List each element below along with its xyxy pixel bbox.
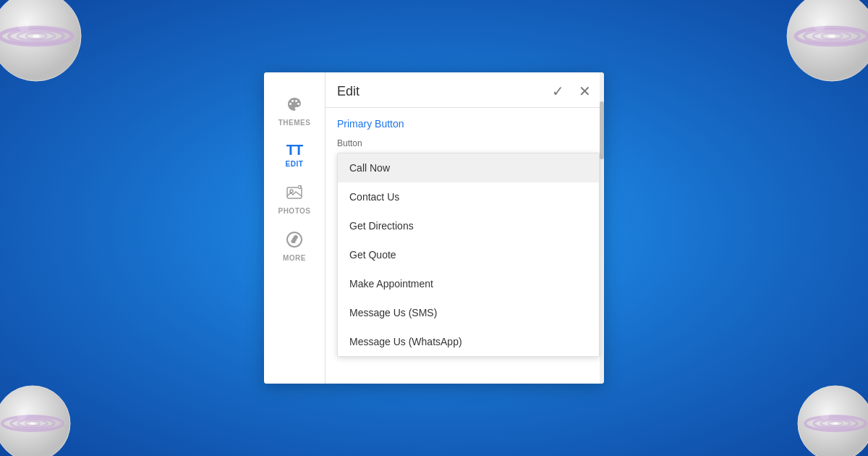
button-field-label: Button bbox=[337, 138, 592, 148]
svg-point-2 bbox=[9, 30, 64, 43]
edit-icon: TT bbox=[286, 143, 302, 157]
dropdown-item-message-whatsapp[interactable]: Message Us (WhatsApp) bbox=[338, 327, 599, 356]
sidebar-item-edit[interactable]: TT EDIT bbox=[264, 134, 325, 175]
svg-point-11 bbox=[822, 33, 842, 39]
edit-content: Primary Button Button Call Now Contact U… bbox=[326, 108, 604, 384]
svg-point-3 bbox=[17, 32, 55, 41]
edit-label: EDIT bbox=[286, 160, 304, 168]
svg-point-1 bbox=[0, 28, 72, 45]
svg-point-19 bbox=[30, 423, 35, 425]
edit-panel-container: THEMES TT EDIT PHOTOS bbox=[264, 72, 604, 384]
svg-point-30 bbox=[295, 100, 297, 102]
svg-point-6 bbox=[18, 20, 30, 31]
svg-point-13 bbox=[814, 20, 825, 31]
svg-point-4 bbox=[26, 33, 46, 39]
svg-point-16 bbox=[11, 418, 54, 428]
edit-panel: Edit ✓ ✕ Primary Button Button Call Now … bbox=[326, 72, 604, 384]
edit-title: Edit bbox=[337, 84, 359, 99]
dropdown-item-call-now[interactable]: Call Now bbox=[338, 153, 599, 182]
svg-point-26 bbox=[833, 423, 838, 425]
svg-point-27 bbox=[820, 410, 830, 420]
svg-point-24 bbox=[821, 420, 850, 427]
decoration-ball-bottom-left bbox=[0, 384, 72, 456]
scrollbar-track[interactable] bbox=[600, 72, 604, 384]
svg-point-23 bbox=[814, 418, 857, 428]
dropdown-item-get-directions[interactable]: Get Directions bbox=[338, 211, 599, 240]
edit-actions: ✓ ✕ bbox=[550, 83, 592, 100]
confirm-button[interactable]: ✓ bbox=[550, 83, 566, 100]
close-button[interactable]: ✕ bbox=[577, 83, 592, 100]
svg-point-0 bbox=[0, 0, 81, 81]
more-icon bbox=[286, 231, 303, 251]
dropdown-item-make-appointment[interactable]: Make Appointment bbox=[338, 269, 599, 298]
svg-point-25 bbox=[828, 421, 843, 426]
sidebar-item-themes[interactable]: THEMES bbox=[264, 87, 325, 134]
themes-label: THEMES bbox=[278, 119, 311, 127]
sidebar-item-more[interactable]: MORE bbox=[264, 222, 325, 269]
svg-point-22 bbox=[805, 416, 866, 431]
more-label: MORE bbox=[283, 254, 306, 262]
svg-point-8 bbox=[796, 28, 868, 45]
svg-point-5 bbox=[33, 35, 40, 38]
svg-point-12 bbox=[828, 35, 835, 38]
svg-point-18 bbox=[25, 421, 40, 426]
dropdown-item-contact-us[interactable]: Contact Us bbox=[338, 182, 599, 211]
primary-button-label: Primary Button bbox=[337, 118, 592, 130]
photos-icon bbox=[286, 184, 303, 204]
themes-icon bbox=[286, 96, 303, 116]
dropdown-item-get-quote[interactable]: Get Quote bbox=[338, 240, 599, 269]
svg-point-29 bbox=[292, 100, 294, 102]
decoration-ball-top-right bbox=[785, 0, 868, 83]
svg-point-14 bbox=[0, 386, 70, 456]
svg-point-7 bbox=[787, 0, 868, 81]
edit-header: Edit ✓ ✕ bbox=[326, 72, 604, 108]
sidebar-item-photos[interactable]: PHOTOS bbox=[264, 175, 325, 222]
svg-point-21 bbox=[798, 386, 868, 456]
dropdown-list: Call Now Contact Us Get Directions Get Q… bbox=[337, 153, 600, 357]
decoration-ball-bottom-right bbox=[796, 384, 868, 456]
photos-label: PHOTOS bbox=[278, 207, 310, 215]
svg-point-17 bbox=[18, 420, 47, 427]
svg-point-28 bbox=[289, 103, 292, 105]
svg-point-10 bbox=[813, 32, 851, 41]
svg-point-31 bbox=[297, 103, 299, 105]
dropdown-item-message-sms[interactable]: Message Us (SMS) bbox=[338, 298, 599, 327]
decoration-ball-top-left bbox=[0, 0, 83, 83]
svg-point-15 bbox=[2, 416, 63, 431]
svg-point-20 bbox=[17, 410, 27, 420]
scrollbar-thumb[interactable] bbox=[600, 101, 604, 159]
sidebar: THEMES TT EDIT PHOTOS bbox=[264, 72, 326, 384]
svg-point-9 bbox=[804, 30, 859, 43]
